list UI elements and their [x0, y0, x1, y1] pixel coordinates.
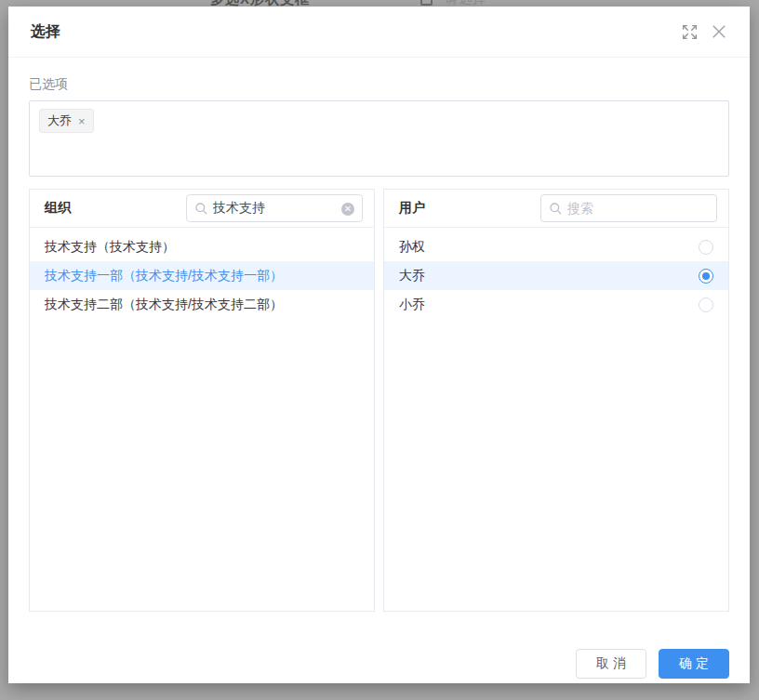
user-search-input[interactable]	[541, 195, 716, 221]
user-search	[540, 194, 717, 222]
confirm-button[interactable]: 确 定	[659, 649, 729, 679]
select-dialog: 选择 已选项 大乔 × 组织	[8, 7, 750, 683]
organization-panel-title: 组织	[45, 200, 186, 217]
dialog-header: 选择	[8, 7, 750, 58]
screen: { "background_page": { "label_fragment":…	[0, 0, 759, 700]
organization-panel: 组织 ✕ 技术支持（技术支持） 技术支持一部（技术支持/技术支持一部）	[29, 189, 375, 612]
radio-unchecked-icon[interactable]	[699, 297, 713, 312]
user-panel-header: 用户	[384, 190, 728, 228]
user-list-item[interactable]: 孙权	[384, 232, 728, 261]
dialog-body: 已选项 大乔 × 组织 ✕	[8, 58, 750, 612]
tag-remove-icon[interactable]: ×	[78, 115, 86, 127]
organization-panel-header: 组织 ✕	[30, 190, 374, 228]
close-icon[interactable]	[709, 21, 729, 42]
search-icon	[194, 202, 208, 216]
background-picker-icon	[420, 0, 433, 6]
dialog-footer: 取 消 确 定	[576, 649, 729, 679]
user-list-item[interactable]: 大乔	[384, 261, 728, 290]
radio-unchecked-icon[interactable]	[699, 240, 713, 255]
organization-list-item[interactable]: 技术支持（技术支持）	[30, 232, 374, 261]
clear-circle-icon[interactable]: ✕	[341, 203, 354, 216]
organization-search: ✕	[186, 194, 363, 222]
selected-items-label: 已选项	[29, 76, 729, 93]
picker-panels: 组织 ✕ 技术支持（技术支持） 技术支持一部（技术支持/技术支持一部）	[29, 189, 729, 612]
organization-search-input[interactable]	[187, 195, 362, 221]
user-list-item[interactable]: 小乔	[384, 290, 728, 319]
organization-list: 技术支持（技术支持） 技术支持一部（技术支持/技术支持一部） 技术支持二部（技术…	[30, 228, 374, 611]
selected-tag: 大乔 ×	[39, 109, 94, 133]
selected-items-box: 大乔 ×	[29, 100, 729, 177]
search-icon	[549, 202, 563, 216]
dialog-title: 选择	[31, 22, 679, 42]
user-list: 孙权 大乔 小乔	[384, 228, 728, 611]
cancel-button[interactable]: 取 消	[576, 649, 646, 679]
user-panel-title: 用户	[399, 200, 540, 217]
expand-icon[interactable]	[679, 21, 699, 42]
organization-list-item[interactable]: 技术支持二部（技术支持/技术支持二部）	[30, 290, 374, 319]
organization-list-item[interactable]: 技术支持一部（技术支持/技术支持一部）	[30, 261, 374, 290]
user-panel: 用户 孙权 大乔	[383, 189, 729, 612]
selected-tag-label: 大乔	[47, 112, 72, 129]
radio-checked-icon[interactable]	[699, 269, 713, 284]
